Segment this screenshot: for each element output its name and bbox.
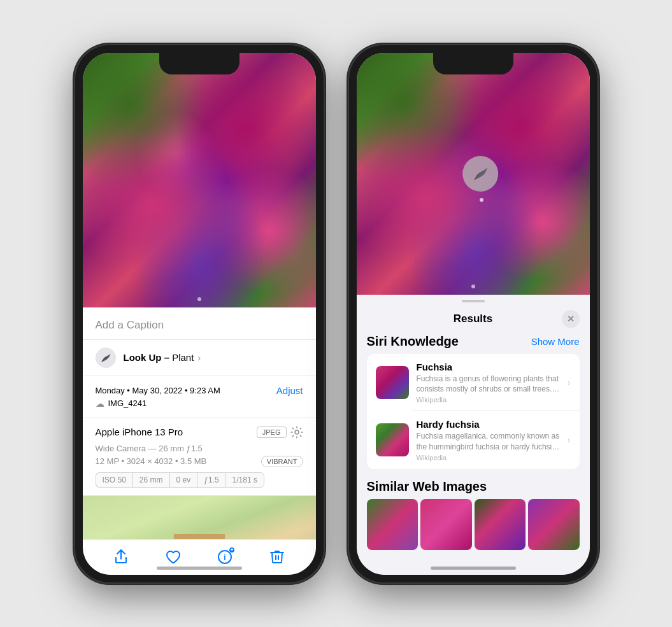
exif-mm: 26 mm <box>132 472 169 488</box>
results-title: Results <box>385 313 562 325</box>
similar-image-2[interactable] <box>420 499 472 550</box>
device-badges: JPEG <box>257 426 303 439</box>
fuchsia-name: Fuchsia <box>417 362 560 372</box>
format-badge: JPEG <box>257 426 287 438</box>
lookup-row[interactable]: Look Up – Plant › <box>83 340 316 376</box>
close-button[interactable]: ✕ <box>562 310 580 328</box>
trash-button[interactable] <box>268 548 286 566</box>
hardy-fuchsia-thumbnail <box>376 423 409 456</box>
exif-row: ISO 50 26 mm 0 ev ƒ1.5 1/181 s <box>96 472 303 488</box>
exif-iso: ISO 50 <box>96 472 132 488</box>
left-screen-content: Add a Caption Look Up – Plant › <box>83 53 316 575</box>
right-phone: Results ✕ Siri Knowledge Show More <box>349 45 597 582</box>
right-screen-content: Results ✕ Siri Knowledge Show More <box>357 53 590 575</box>
results-header: Results ✕ <box>357 305 590 334</box>
notch-right <box>433 53 513 74</box>
knowledge-item-hardy-fuchsia[interactable]: Hardy fuchsia Fuchsia magellanica, commo… <box>367 411 580 469</box>
date-text: Monday • May 30, 2022 • 9:23 AM <box>96 386 220 395</box>
file-specs-text: 12 MP • 3024 × 4032 • 3.5 MB <box>96 456 207 466</box>
exif-aperture: ƒ1.5 <box>197 472 225 488</box>
filename-row: ☁ IMG_4241 <box>96 398 303 409</box>
hardy-fuchsia-text: Hardy fuchsia Fuchsia magellanica, commo… <box>417 419 560 461</box>
svg-point-0 <box>295 430 299 434</box>
device-name: Apple iPhone 13 Pro <box>96 426 183 437</box>
hardy-fuchsia-chevron: › <box>568 435 571 445</box>
date-row: Monday • May 30, 2022 • 9:23 AM Adjust <box>96 385 303 396</box>
similar-image-3[interactable] <box>475 499 526 550</box>
caption-placeholder: Add a Caption <box>96 319 164 331</box>
lookup-label: Look Up – Plant › <box>124 352 201 363</box>
right-phone-screen: Results ✕ Siri Knowledge Show More <box>357 53 590 575</box>
fuchsia-thumbnail <box>376 366 409 399</box>
results-scroll[interactable]: Siri Knowledge Show More Fuchsia Fuchsia <box>357 334 590 575</box>
left-phone: Add a Caption Look Up – Plant › <box>75 45 324 582</box>
left-phone-screen: Add a Caption Look Up – Plant › <box>83 53 316 575</box>
cloud-icon: ☁ <box>96 398 104 409</box>
knowledge-section: Siri Knowledge Show More Fuchsia Fuchsia <box>367 334 580 469</box>
knowledge-item-fuchsia[interactable]: Fuchsia Fuchsia is a genus of flowering … <box>367 354 580 412</box>
device-row: Apple iPhone 13 Pro JPEG <box>96 426 303 439</box>
sheet-handle[interactable] <box>462 300 485 302</box>
home-indicator-left <box>157 567 242 570</box>
phones-container: Add a Caption Look Up – Plant › <box>62 32 610 595</box>
info-button[interactable]: i ✦ <box>216 548 234 566</box>
siri-button[interactable] <box>462 156 498 192</box>
share-button[interactable] <box>112 548 130 566</box>
fuchsia-source: Wikipedia <box>417 396 560 404</box>
lookup-icon-circle <box>96 348 116 368</box>
similar-section: Similar Web Images <box>367 479 580 550</box>
map-preview[interactable] <box>83 496 316 539</box>
notch-left <box>159 53 239 74</box>
gear-icon <box>290 426 303 439</box>
leaf-icon <box>100 352 111 363</box>
device-section: Apple iPhone 13 Pro JPEG Wide Camera — 2… <box>83 418 316 496</box>
similar-image-4[interactable] <box>528 499 580 550</box>
fuchsia-text: Fuchsia Fuchsia is a genus of flowering … <box>417 362 560 404</box>
filename-text: IMG_4241 <box>108 398 147 408</box>
home-indicator-right <box>431 567 516 570</box>
metadata-section: Monday • May 30, 2022 • 9:23 AM Adjust ☁… <box>83 376 316 418</box>
hardy-fuchsia-name: Hardy fuchsia <box>417 419 560 430</box>
results-sheet: Results ✕ Siri Knowledge Show More <box>357 295 590 575</box>
vibrant-badge: VIBRANT <box>261 456 303 467</box>
similar-web-title: Similar Web Images <box>367 479 580 494</box>
map-section <box>83 496 316 539</box>
adjust-button[interactable]: Adjust <box>276 385 303 396</box>
exif-shutter: 1/181 s <box>225 472 264 488</box>
heart-button[interactable] <box>164 548 182 566</box>
flower-photo-right[interactable] <box>357 53 590 295</box>
similar-images-row <box>367 499 580 550</box>
camera-specs: Wide Camera — 26 mm ƒ1.5 <box>96 444 303 453</box>
leaf-siri-icon <box>471 165 489 183</box>
caption-area[interactable]: Add a Caption <box>83 307 316 340</box>
knowledge-card: Fuchsia Fuchsia is a genus of flowering … <box>367 354 580 469</box>
svg-text:i: i <box>224 553 226 562</box>
flower-photo-left[interactable] <box>83 53 316 307</box>
section-header: Siri Knowledge Show More <box>367 334 580 349</box>
show-more-button[interactable]: Show More <box>531 336 580 347</box>
page-indicator <box>197 297 201 301</box>
fuchsia-description: Fuchsia is a genus of flowering plants t… <box>417 374 560 395</box>
hardy-fuchsia-description: Fuchsia magellanica, commonly known as t… <box>417 431 560 453</box>
hardy-fuchsia-source: Wikipedia <box>417 454 560 461</box>
fuchsia-chevron: › <box>568 377 571 388</box>
similar-image-1[interactable] <box>367 499 418 550</box>
file-specs: 12 MP • 3024 × 4032 • 3.5 MB VIBRANT <box>96 456 303 467</box>
page-indicator-right <box>471 285 475 288</box>
exif-ev: 0 ev <box>169 472 197 488</box>
siri-dot <box>480 198 483 202</box>
siri-knowledge-title: Siri Knowledge <box>367 334 459 349</box>
